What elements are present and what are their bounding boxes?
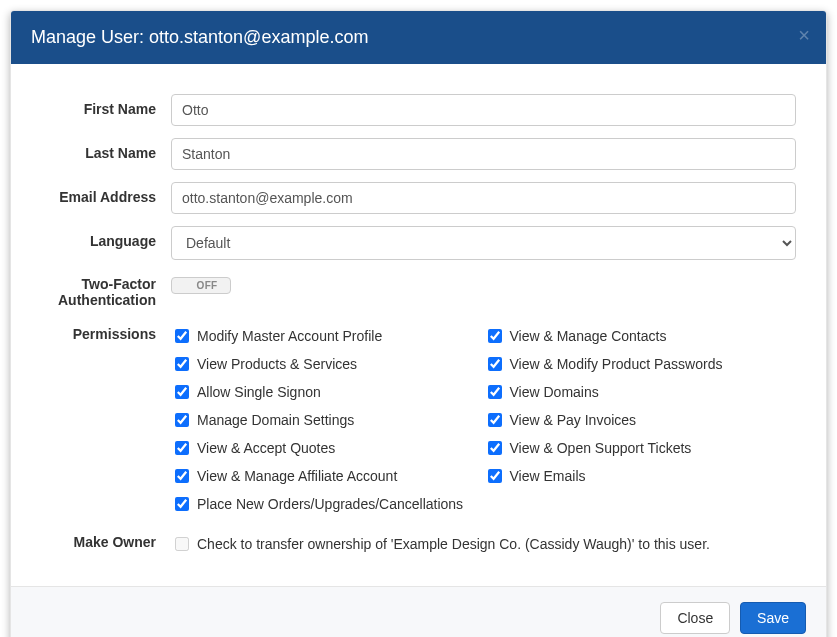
modal-body: First Name Last Name Email Address Langu… [11,64,826,586]
perm-label: View Products & Services [197,356,357,372]
perm-affiliate[interactable]: View & Manage Affiliate Account [171,466,484,486]
perm-checkbox[interactable] [175,441,189,455]
label-language: Language [41,226,171,249]
perm-checkbox[interactable] [175,469,189,483]
label-make-owner: Make Owner [41,534,171,550]
modal-title: Manage User: otto.stanton@example.com [31,27,368,47]
perm-manage-domain[interactable]: Manage Domain Settings [171,410,484,430]
perm-label: View Emails [510,468,586,484]
perm-emails[interactable]: View Emails [484,466,797,486]
make-owner-checkbox[interactable] [175,537,189,551]
perm-label: View & Pay Invoices [510,412,637,428]
close-button[interactable]: Close [660,602,730,634]
perm-single-signon[interactable]: Allow Single Signon [171,382,484,402]
perm-view-products[interactable]: View Products & Services [171,354,484,374]
perm-label: View & Open Support Tickets [510,440,692,456]
perm-label: View & Modify Product Passwords [510,356,723,372]
two-factor-toggle[interactable]: OFF [171,277,231,294]
perm-tickets[interactable]: View & Open Support Tickets [484,438,797,458]
perm-label: Manage Domain Settings [197,412,354,428]
language-select[interactable]: Default [171,226,796,260]
perm-modify-master[interactable]: Modify Master Account Profile [171,326,484,346]
perm-checkbox[interactable] [175,497,189,511]
perm-label: Place New Orders/Upgrades/Cancellations [197,496,463,512]
label-permissions: Permissions [41,326,171,342]
permissions-col-1: Modify Master Account Profile View Produ… [171,326,484,522]
label-two-factor: Two-Factor Authentication [41,272,171,308]
perm-contacts[interactable]: View & Manage Contacts [484,326,797,346]
perm-checkbox[interactable] [175,385,189,399]
perm-checkbox[interactable] [488,357,502,371]
perm-checkbox[interactable] [488,385,502,399]
close-icon[interactable]: × [798,25,810,45]
modal-footer: Close Save [11,586,826,637]
perm-invoices[interactable]: View & Pay Invoices [484,410,797,430]
email-input[interactable] [171,182,796,214]
perm-accept-quotes[interactable]: View & Accept Quotes [171,438,484,458]
perm-checkbox[interactable] [488,329,502,343]
perm-label: Allow Single Signon [197,384,321,400]
perm-label: View & Manage Affiliate Account [197,468,397,484]
permissions-grid: Modify Master Account Profile View Produ… [171,326,796,522]
last-name-input[interactable] [171,138,796,170]
permissions-col-2: View & Manage Contacts View & Modify Pro… [484,326,797,522]
make-owner-text: Check to transfer ownership of 'Example … [197,536,710,552]
first-name-input[interactable] [171,94,796,126]
perm-place-orders[interactable]: Place New Orders/Upgrades/Cancellations [171,494,484,514]
modal-header: Manage User: otto.stanton@example.com × [11,11,826,64]
perm-label: Modify Master Account Profile [197,328,382,344]
perm-label: View Domains [510,384,599,400]
perm-view-domains[interactable]: View Domains [484,382,797,402]
label-last-name: Last Name [41,138,171,161]
save-button[interactable]: Save [740,602,806,634]
manage-user-modal: Manage User: otto.stanton@example.com × … [10,10,827,637]
perm-label: View & Accept Quotes [197,440,335,456]
perm-label: View & Manage Contacts [510,328,667,344]
label-first-name: First Name [41,94,171,117]
perm-checkbox[interactable] [488,441,502,455]
perm-checkbox[interactable] [175,413,189,427]
perm-checkbox[interactable] [175,357,189,371]
perm-product-passwords[interactable]: View & Modify Product Passwords [484,354,797,374]
perm-checkbox[interactable] [175,329,189,343]
label-email: Email Address [41,182,171,205]
perm-checkbox[interactable] [488,413,502,427]
perm-checkbox[interactable] [488,469,502,483]
